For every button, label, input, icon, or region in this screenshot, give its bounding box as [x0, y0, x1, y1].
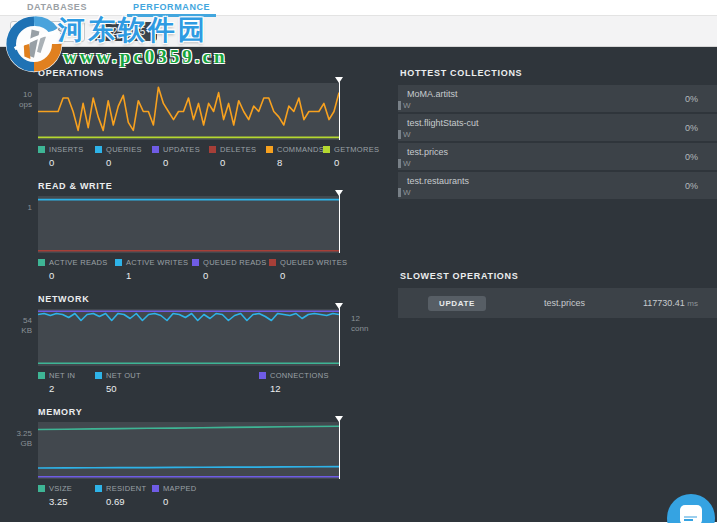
- y-axis-label: 1: [0, 196, 38, 253]
- legend-label: QUEUED WRITES: [280, 258, 347, 267]
- legend-item-resident[interactable]: RESIDENT0.69: [95, 484, 152, 507]
- chart-title-read-write: READ & WRITE: [38, 181, 350, 191]
- legend-value: 0: [49, 157, 95, 168]
- legend-label: ACTIVE WRITES: [126, 258, 188, 267]
- tab-bar: DATABASES PERFORMANCE: [0, 0, 717, 15]
- performance-content: OPERATIONS 10ops INSERTS0QUERIES0UPDATES…: [0, 47, 717, 522]
- utilization-percent: 0%: [685, 181, 698, 191]
- legend-item-queries[interactable]: QUERIES0: [95, 145, 152, 168]
- read-write-indicator: W: [398, 130, 411, 139]
- tab-databases[interactable]: DATABASES: [27, 2, 87, 12]
- operation-collection-name: test.prices: [544, 298, 585, 308]
- legend-item-mapped[interactable]: MAPPED0: [152, 484, 209, 507]
- legend-swatch-icon: [95, 146, 102, 153]
- collection-row[interactable]: MoMA.artitst W 0%: [398, 85, 717, 112]
- legend-value: 0: [163, 496, 209, 507]
- legend-label: NET IN: [49, 371, 75, 380]
- legend-swatch-icon: [38, 485, 45, 492]
- legend-swatch-icon: [38, 146, 45, 153]
- legend-swatch-icon: [38, 259, 45, 266]
- read-write-chart: [38, 196, 339, 253]
- legend-item-vsize[interactable]: VSIZE3.25: [38, 484, 95, 507]
- legend-value: 0: [163, 157, 209, 168]
- scrubber-line: [339, 195, 341, 253]
- series-commands: [38, 87, 339, 130]
- legend-label: QUEUED READS: [203, 258, 267, 267]
- legend-value: 0.69: [106, 496, 152, 507]
- legend-item-deletes[interactable]: DELETES0: [209, 145, 266, 168]
- memory-legend: VSIZE3.25RESIDENT0.69MAPPED0: [38, 484, 350, 507]
- legend-label: DELETES: [220, 145, 256, 154]
- legend-label: UPDATES: [163, 145, 200, 154]
- legend-swatch-icon: [323, 146, 330, 153]
- memory-chart: [38, 422, 339, 479]
- chart-title-memory: MEMORY: [38, 407, 350, 417]
- performance-toolbar: PAUSE 12:25:45: [0, 15, 717, 47]
- time-scrubber[interactable]: [335, 77, 344, 140]
- slow-operation-row[interactable]: UPDATE test.prices 117730.41 ms: [398, 288, 717, 318]
- time-display: 12:25:45: [94, 22, 157, 41]
- chart-memory: MEMORY 3.25GB VSIZE3.25RESIDENT0.69MAPPE…: [0, 407, 350, 507]
- scrubber-line: [339, 308, 341, 366]
- legend-item-net-out[interactable]: NET OUT50: [95, 371, 152, 394]
- legend-item-connections[interactable]: CONNECTIONS12: [259, 371, 316, 394]
- legend-label: QUERIES: [106, 145, 142, 154]
- legend-value: 0: [106, 157, 152, 168]
- legend-swatch-icon: [209, 146, 216, 153]
- read-write-indicator: W: [398, 159, 411, 168]
- operations-chart: [38, 83, 339, 140]
- legend-label: INSERTS: [49, 145, 83, 154]
- legend-swatch-icon: [115, 259, 122, 266]
- hottest-collections-panel: HOTTEST COLLECTIONS MoMA.artitst W 0% te…: [398, 68, 717, 199]
- time-scrubber[interactable]: [335, 303, 344, 366]
- charts-column: OPERATIONS 10ops INSERTS0QUERIES0UPDATES…: [0, 68, 350, 522]
- legend-label: VSIZE: [49, 484, 72, 493]
- legend-label: MAPPED: [163, 484, 196, 493]
- legend-item-active-writes[interactable]: ACTIVE WRITES1: [115, 258, 192, 281]
- legend-item-inserts[interactable]: INSERTS0: [38, 145, 95, 168]
- collection-name: test.flightStats-cut: [407, 118, 479, 128]
- collection-row[interactable]: test.flightStats-cut W 0%: [398, 114, 717, 141]
- legend-value: 1: [126, 270, 192, 281]
- legend-label: ACTIVE READS: [49, 258, 108, 267]
- legend-value: 2: [49, 383, 95, 394]
- legend-item-getmores[interactable]: GETMORES0: [323, 145, 380, 168]
- tab-performance[interactable]: PERFORMANCE: [133, 2, 210, 17]
- utilization-percent: 0%: [685, 123, 698, 133]
- legend-label: COMMANDS: [277, 145, 324, 154]
- read-write-indicator: W: [398, 101, 411, 110]
- y-axis-label: 3.25GB: [0, 422, 38, 479]
- legend-item-commands[interactable]: COMMANDS8: [266, 145, 323, 168]
- network-chart: 12conn: [38, 309, 339, 366]
- legend-item-queued-reads[interactable]: QUEUED READS0: [192, 258, 269, 281]
- collection-row[interactable]: test.restaurants W 0%: [398, 172, 717, 199]
- legend-item-net-in[interactable]: NET IN2: [38, 371, 95, 394]
- pause-label: PAUSE: [37, 26, 70, 36]
- write-load-bar: [398, 188, 401, 197]
- time-scrubber[interactable]: [335, 190, 344, 253]
- legend-value: 0: [203, 270, 269, 281]
- legend-item-queued-writes[interactable]: QUEUED WRITES0: [269, 258, 346, 281]
- series-net-out: [38, 314, 339, 321]
- collection-row[interactable]: test.prices W 0%: [398, 143, 717, 170]
- operation-type-badge[interactable]: UPDATE: [428, 296, 486, 311]
- legend-value: 12: [270, 383, 316, 394]
- legend-label: NET OUT: [106, 371, 141, 380]
- utilization-percent: 0%: [685, 94, 698, 104]
- collection-name: MoMA.artitst: [407, 89, 458, 99]
- operation-duration: 117730.41 ms: [643, 298, 698, 308]
- legend-swatch-icon: [95, 372, 102, 379]
- pause-button[interactable]: PAUSE: [10, 21, 85, 42]
- legend-value: 0: [334, 157, 380, 168]
- time-scrubber[interactable]: [335, 416, 344, 479]
- read-write-legend: ACTIVE READS0ACTIVE WRITES1QUEUED READS0…: [38, 258, 350, 281]
- write-load-bar: [398, 130, 401, 139]
- legend-item-active-reads[interactable]: ACTIVE READS0: [38, 258, 115, 281]
- y-axis-label: 10ops: [0, 83, 38, 140]
- legend-value: 0: [220, 157, 266, 168]
- legend-item-updates[interactable]: UPDATES0: [152, 145, 209, 168]
- network-legend: NET IN2NET OUT50CONNECTIONS12: [38, 371, 350, 394]
- legend-swatch-icon: [266, 146, 273, 153]
- legend-label: RESIDENT: [106, 484, 146, 493]
- collection-name: test.prices: [407, 147, 448, 157]
